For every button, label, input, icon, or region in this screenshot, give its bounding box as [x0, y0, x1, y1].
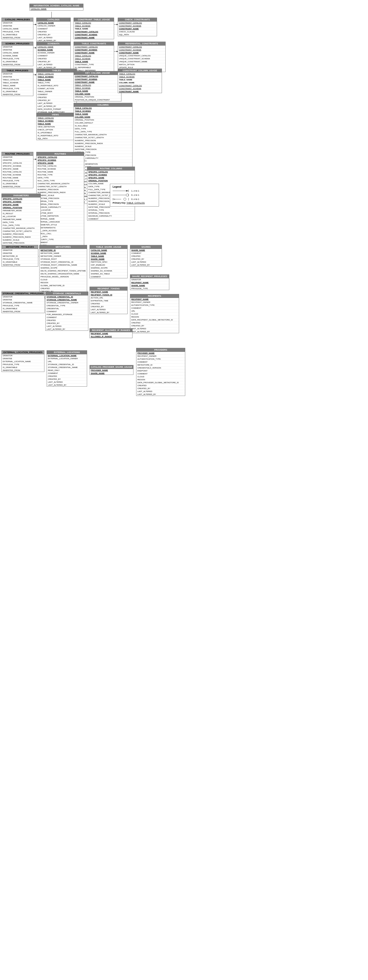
entity-share-recipient-privileges: SHARE_RECIPIENT_PRIVILEGES GRANTOR RECIP… — [130, 274, 169, 290]
entity-field: STORAGE_ROOT — [40, 258, 87, 261]
entity-field: IS_NULL_CALL — [37, 232, 84, 235]
entity-header: ROUTINE_COLUMNS — [87, 167, 135, 170]
entity-field: ROUTINE_NAME — [2, 177, 33, 179]
entity-field: PRIVILEGE_TYPE — [2, 179, 33, 182]
entity-field: REGION — [130, 315, 179, 318]
entity-field: INHERITED_FROM — [2, 93, 33, 96]
entity-check-constraints: CHECK_CONSTRAINTS CONSTRAINT_CATALOG CON… — [118, 18, 157, 36]
entity-field: LAST_ALTERED — [46, 325, 88, 328]
entity-field: DELTA_SHARING_ORGANIZATION_NAME — [40, 272, 87, 275]
entity-field: TABLE_SCHEMA — [2, 81, 33, 84]
entity-field: PRIVILEGE_TYPE — [2, 87, 33, 90]
entity-field: ORDINAL_POSITION — [87, 179, 135, 182]
entity-field: SCHEMA_NAME — [2, 54, 33, 57]
entity-field: SHARE_NAME — [130, 284, 169, 287]
entity-field: CLOUD — [130, 313, 179, 315]
entity-header: SCHEMATA — [37, 42, 70, 46]
legend-pk-label: Primary Key — [113, 202, 126, 204]
entity-field: COMMENT — [130, 307, 179, 310]
entity-routine-privileges: ROUTINE_PRIVILEGES GRANTOR GRANTEE SPECI… — [2, 152, 34, 188]
entity-field: CREATED_BY — [37, 60, 70, 63]
entity-field: COMMENT — [136, 361, 185, 364]
entity-field: CONSTRAINT_NAME — [74, 36, 114, 39]
entity-field: GRANTOR — [2, 296, 45, 298]
entity-field: GRANTOR — [2, 354, 44, 357]
entity-field: RECIPIENT_NAME — [90, 332, 132, 335]
entity-field: REGION — [136, 378, 185, 381]
entity-field: COMMENT — [130, 252, 162, 255]
entity-header: CHECK_CONSTRAINTS — [118, 18, 157, 22]
entity-field: CREATED — [90, 302, 127, 305]
entity-header: CATALOGS — [37, 18, 70, 22]
entity-field: INTERVAL_TYPE — [37, 200, 84, 203]
entity-field: TABLE_SCHEMA — [74, 87, 121, 90]
entity-header: COLUMNS — [74, 103, 132, 107]
entity-field: UNIQUE_CONSTRAINT_SCHEMA — [118, 57, 165, 60]
entity-field: COMMENT — [37, 241, 84, 244]
entity-field: SHARE_NAME — [90, 372, 133, 375]
entity-field: DATA_TYPE — [74, 127, 132, 130]
entity-field: NUMERIC_SCALE — [74, 145, 132, 148]
entity-field: SECURITY_TYPE — [37, 238, 84, 241]
entity-field: GRANTEE — [2, 75, 33, 78]
entity-field: IS_GRANTABLE — [2, 307, 45, 310]
entity-field: ROUTINE_DEFINITION — [37, 215, 84, 218]
entity-field: ENDPOINT — [136, 369, 185, 372]
entity-field: CREATED — [37, 96, 77, 99]
entity-header: SCHEMA_PRIVILEGES — [2, 42, 33, 46]
entity-field: CATALOG_NAME — [37, 22, 70, 24]
entity-field: ORDINAL_POSITION — [74, 95, 121, 99]
entity-field: DATETIME_PRECISION — [37, 197, 84, 200]
entity-field: SPECIFIC_CATALOG — [37, 156, 84, 159]
entity-providers: PROVIDERS PROVIDER_NAME RECIPIENT_OWNER … — [136, 348, 185, 396]
entity-field: SQL_PATH — [37, 235, 84, 238]
diagram-container: INFORMATION_SCHEMA_CATALOG_NAME CATALOG_… — [0, 0, 368, 980]
entity-header: STORAGE_CREDENTIALS — [46, 292, 88, 296]
entity-field: SCHEMA_NAME — [90, 252, 127, 255]
entity-field: PRIVILEGE_TYPE — [2, 363, 44, 366]
entity-field: STORAGE_CREDENTIAL_NAME — [46, 298, 88, 301]
entity-field: RECIPIENT_NAME — [130, 298, 179, 301]
entity-field: ROUTINE_SCHEMA — [2, 173, 33, 177]
entity-field: PRIVILEGE_TYPE — [2, 30, 33, 33]
entity-field: MATCH_OPTION — [118, 63, 165, 66]
entity-field: GRANTEE — [2, 159, 33, 162]
entity-field: PROVIDER_NAME — [90, 369, 133, 372]
entity-field: COLUMN_DEFAULT — [74, 121, 132, 124]
entity-header: STORAGE_CREDENTIAL_PRIVILEGES — [2, 292, 45, 296]
entity-field: TABLE_SCHEMA — [118, 75, 162, 78]
entity-table-share-usage: TABLE_SHARE_USAGE CATALOG_NAME SCHEMA_NA… — [90, 245, 128, 278]
entity-field: ROUTINE_SCHEMA — [37, 167, 84, 170]
entity-header: RECIPIENTS — [130, 294, 179, 298]
connector-lines — [0, 0, 368, 980]
entity-header: RECIPIENT_TOKENS — [90, 287, 127, 291]
entity-field: IS_UPDATABLE — [37, 131, 74, 134]
entity-field: IS_NULLABLE — [74, 124, 132, 127]
entity-external-locations: EXTERNAL_LOCATIONS EXTERNAL_LOCATION_NAM… — [46, 350, 87, 387]
entity-field: METASTORE_ID — [40, 249, 87, 252]
entity-field: TABLE_OWNER — [37, 90, 77, 93]
entity-field: LAST_ALTERED_BY — [47, 384, 87, 387]
entity-schema-privileges: SCHEMA_PRIVILEGES GRANTOR GRANTEE CATALO… — [2, 41, 34, 66]
entity-field: TABLE_CATALOG — [74, 107, 132, 110]
entity-field: SHARE_NAME — [90, 258, 127, 261]
svg-marker-23 — [113, 199, 115, 200]
entity-field: IS_INSERTABLE_INTO — [37, 84, 77, 87]
entity-header: EXTERNAL_LOCATIONS — [47, 351, 87, 354]
entity-field: CONSTRAINT_NAME — [118, 27, 157, 30]
entity-field: CATALOG_NAME — [2, 51, 33, 54]
entity-header: CONSTRAINT_TABLE_USAGE — [74, 18, 114, 22]
entity-field: GRANTEE — [2, 357, 44, 360]
entity-header: CONSTRAINT_COLUMN_USAGE — [118, 69, 162, 73]
entity-field: CREDENTIALS_VERSION — [136, 366, 185, 369]
entity-field: IS_DETERMINISTIC — [37, 226, 84, 229]
entity-field: TABLE_NAME — [74, 27, 114, 30]
entity-field: URL — [47, 360, 87, 363]
entity-field: TABLE_NAME — [74, 60, 114, 63]
svg-marker-17 — [126, 190, 128, 192]
entity-field: LAST_ALTERED — [37, 36, 70, 39]
entity-field: STORAGE_ROOT_CREDENTIAL_ID — [40, 261, 87, 264]
entity-field: LAST_ALTERED — [37, 102, 77, 105]
legend-label: 1..n to 1 — [131, 189, 139, 192]
entity-field: INTERVAL_PRECISION — [87, 212, 135, 215]
